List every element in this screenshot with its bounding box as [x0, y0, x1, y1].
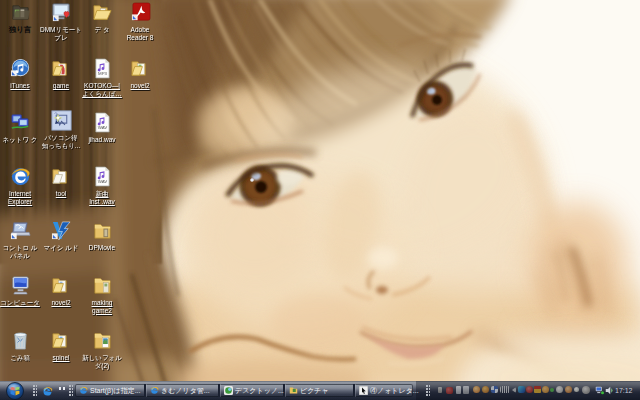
svg-text:WAV: WAV	[97, 179, 107, 184]
svg-text:WAV: WAV	[97, 125, 107, 130]
svg-text:MP3: MP3	[98, 71, 108, 76]
